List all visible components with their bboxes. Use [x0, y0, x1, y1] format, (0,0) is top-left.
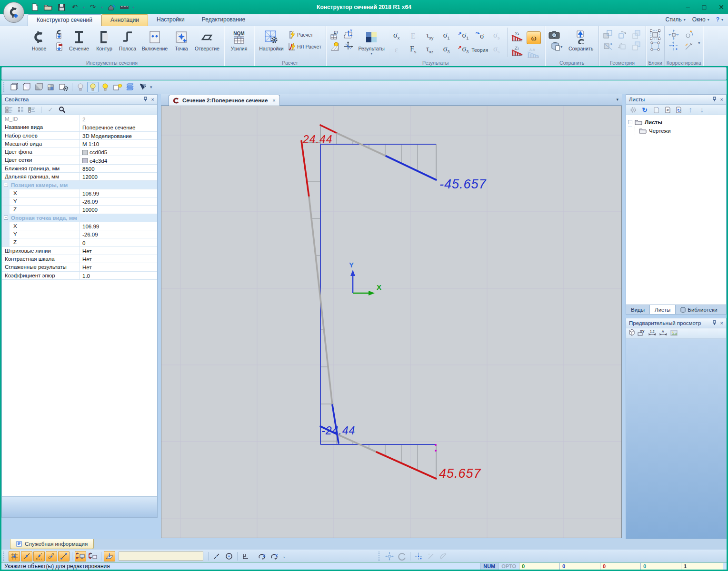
import-section-button[interactable] [53, 30, 65, 40]
result-sigma-3-button[interactable]: σ3 [438, 43, 455, 56]
move-down-icon[interactable]: ↓ [698, 106, 706, 114]
property-row[interactable]: Масштаб видаМ 1:10 [2, 140, 157, 148]
snap-endpoints-icon[interactable] [58, 551, 70, 561]
geometry-bring-front-icon[interactable] [631, 41, 642, 51]
draw-line-icon[interactable] [211, 551, 222, 561]
result-epsilon-button[interactable]: ε [388, 43, 405, 56]
snap-nearest-icon[interactable] [21, 551, 32, 561]
pin-icon[interactable] [712, 97, 717, 103]
diagram-y1-button[interactable]: Y1 [509, 30, 525, 42]
view-hidden-icon[interactable] [21, 82, 32, 92]
light-selected-icon[interactable] [87, 82, 99, 92]
checklist-view-icon[interactable] [28, 106, 36, 114]
tab-section-constructor[interactable]: Конструктор сечений [28, 14, 101, 26]
close-panel-icon[interactable]: × [720, 320, 723, 326]
layers-icon[interactable] [124, 82, 136, 92]
preview-dim-a-icon[interactable]: A [659, 329, 668, 338]
edit-arc-icon[interactable] [438, 551, 449, 561]
ei-stiffness-icon[interactable]: EI [329, 30, 341, 40]
toolbar-grip[interactable] [379, 551, 381, 561]
coordinate-input[interactable] [119, 551, 203, 561]
preview-dim-12-icon[interactable]: 1.2 [648, 329, 657, 338]
view-shaded-icon[interactable] [33, 82, 45, 92]
result-tau-xz-button[interactable]: τxz [421, 43, 438, 56]
property-row[interactable]: Y-26.09 [2, 197, 157, 206]
result-sigma-eqv-button[interactable]: σэ [488, 30, 505, 42]
preview-xy-icon[interactable]: XY [638, 329, 646, 338]
result-sigma-1-button[interactable]: σ1 [438, 30, 455, 42]
axes-yz-icon[interactable]: YZ [343, 30, 354, 40]
toolbar-grip[interactable] [3, 551, 6, 561]
omega-button[interactable]: ω [527, 31, 541, 44]
rotate-y-icon[interactable]: Y [269, 551, 280, 561]
view-textured-icon[interactable] [46, 82, 57, 92]
geometry-union-icon[interactable] [602, 30, 614, 40]
light-off-icon[interactable] [75, 82, 86, 92]
calc-button[interactable]: Расчет [287, 30, 323, 40]
close-document-icon[interactable]: × [272, 98, 275, 103]
database-save-icon[interactable]: ▾ [548, 41, 565, 52]
pan-view-icon[interactable] [384, 551, 395, 561]
property-row[interactable]: Z10000 [2, 206, 157, 214]
rotate-x-icon[interactable]: X [257, 551, 268, 561]
light-on-icon[interactable] [100, 82, 111, 92]
document-tab[interactable]: Сечение 2:Поперечное сечение × [169, 95, 280, 106]
style-menu[interactable]: Стиль▾ [666, 16, 686, 23]
preview-3d-icon[interactable] [628, 329, 635, 338]
resize-grip[interactable] [723, 563, 727, 570]
geometry-rotate-icon[interactable] [617, 41, 628, 51]
tab-settings[interactable]: Настройки [148, 14, 193, 26]
pin-icon[interactable] [143, 97, 148, 103]
num-indicator[interactable]: NUM [480, 563, 498, 570]
triangle-light-icon[interactable] [329, 41, 341, 51]
object-light-icon[interactable] [112, 82, 123, 92]
property-row[interactable]: Ближняя граница, мм8500 [2, 165, 157, 173]
rotate-node-icon[interactable] [683, 30, 695, 40]
property-row[interactable]: Цвет фонаccd0d5 [2, 148, 157, 156]
geometry-send-back-icon[interactable] [631, 30, 642, 40]
property-row[interactable]: X106.99 [2, 222, 157, 230]
result-sigma-3-directions-button[interactable]: ↗σ3 [455, 43, 471, 56]
close-panel-icon[interactable]: × [720, 97, 723, 102]
sheet-settings-icon[interactable] [629, 106, 638, 114]
preview-image-icon[interactable] [670, 329, 678, 338]
snap-points-icon[interactable] [46, 551, 57, 561]
undo-dropdown-icon[interactable]: ▾ [83, 5, 85, 10]
geometry-rotate-copy-icon[interactable] [617, 30, 628, 40]
service-info-tab[interactable]: Служебная информация [10, 539, 94, 549]
viewbar-overflow-icon[interactable]: ▾ [150, 85, 152, 89]
snapbar-overflow-icon[interactable]: ⌄ [282, 554, 286, 559]
move-node-icon[interactable] [668, 30, 679, 40]
redo-button[interactable]: ↷ [88, 2, 98, 12]
diagram-z1-button[interactable]: Z1 [509, 44, 525, 57]
refresh-sheets-icon[interactable]: ↻ [640, 106, 649, 114]
property-row[interactable]: X106.99 [2, 189, 157, 197]
move-up-icon[interactable]: ↑ [686, 106, 695, 114]
sheet-numbering-icon[interactable]: # [663, 106, 672, 114]
tab-libraries[interactable]: Библиотеки [676, 305, 722, 314]
maximize-button[interactable]: □ [702, 3, 706, 11]
property-row[interactable]: Дальняя граница, мм12000 [2, 173, 157, 181]
magnet-screen-icon[interactable] [75, 551, 86, 561]
close-panel-icon[interactable]: × [151, 97, 154, 102]
tab-views[interactable]: Виды [626, 305, 649, 314]
inclusion-button[interactable]: Включение [140, 28, 170, 58]
snapshot-camera-icon[interactable] [548, 30, 560, 40]
property-group-row[interactable]: −Позиция камеры, мм [2, 181, 157, 189]
minimize-button[interactable]: – [686, 3, 690, 11]
snap-grid-icon[interactable] [9, 551, 20, 561]
section-aa-button[interactable]: A-A [526, 46, 541, 59]
trim-line-icon[interactable] [683, 41, 695, 51]
property-row[interactable]: Набор слоёв3D Моделирование [2, 132, 157, 140]
save-button[interactable]: Сохранить [566, 28, 596, 58]
save-icon[interactable] [56, 2, 67, 12]
adjust-more-icon[interactable]: ▾ [698, 41, 700, 51]
pin-icon[interactable] [712, 320, 717, 326]
property-row[interactable]: Цвет сеткиc4c3d4 [2, 156, 157, 164]
categorized-view-icon[interactable] [5, 106, 13, 114]
result-sigma-x-button[interactable]: σx [388, 30, 405, 42]
result-modulus-e-button[interactable]: E [405, 30, 421, 42]
apply-check-icon[interactable]: ✓ [46, 106, 55, 114]
window-menu[interactable]: Окно▾ [692, 16, 709, 23]
new-document-icon[interactable] [30, 2, 40, 12]
